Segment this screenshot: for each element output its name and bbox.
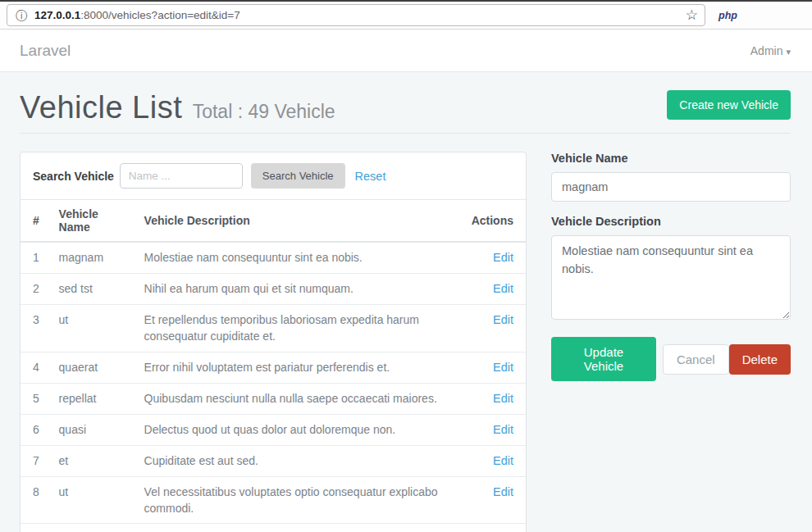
row-vehicle-name: et <box>52 445 138 476</box>
edit-link[interactable]: Edit <box>493 251 513 264</box>
search-button[interactable]: Search Vehicle <box>251 163 345 189</box>
url-text[interactable]: 127.0.0.1:8000/vehicles?action=edit&id=7 <box>34 9 686 21</box>
vehicle-description-textarea[interactable]: Molestiae nam consequuntur sint ea nobis… <box>551 235 791 320</box>
row-vehicle-name: quasi <box>52 414 138 445</box>
row-number: 3 <box>21 305 52 352</box>
row-number: 4 <box>21 352 52 383</box>
row-vehicle-description: Molestiae nam consequuntur sint ea nobis… <box>138 242 465 274</box>
row-vehicle-name: repellat <box>52 383 138 414</box>
row-number: 5 <box>21 383 52 414</box>
page-info-icon[interactable]: ⓘ <box>16 10 27 21</box>
row-vehicle-description: Error nihil voluptatem est pariatur perf… <box>138 352 465 383</box>
edit-link[interactable]: Edit <box>493 313 513 326</box>
row-vehicle-description: Cupiditate est aut sed. <box>138 445 465 476</box>
row-number: 8 <box>21 476 52 524</box>
table-row: 7 et Cupiditate est aut sed. Edit <box>21 445 526 476</box>
search-label: Search Vehicle <box>33 170 114 183</box>
row-vehicle-description: Quaerat maxime qui dolore. <box>138 524 465 532</box>
edit-vehicle-form: Vehicle Name Vehicle Description Molesti… <box>551 152 791 381</box>
reset-link[interactable]: Reset <box>355 170 386 183</box>
url-host: 127.0.0.1 <box>34 9 80 21</box>
edit-link[interactable]: Edit <box>493 485 513 498</box>
row-vehicle-description: Et repellendus temporibus laboriosam exp… <box>138 305 465 352</box>
search-input[interactable] <box>120 163 243 189</box>
vehicle-name-label: Vehicle Name <box>551 152 791 165</box>
page-header: Vehicle List Total : 49 Vehicle Create n… <box>20 89 791 123</box>
columns: Search Vehicle Search Vehicle Reset # Ve… <box>20 152 791 532</box>
cancel-button[interactable]: Cancel <box>663 344 729 375</box>
description-field-group: Vehicle Description Molestiae nam conseq… <box>551 215 791 323</box>
header-actions: Actions <box>465 200 526 243</box>
url-path: :8000/vehicles?action=edit&id=7 <box>80 9 239 21</box>
vehicle-table-body: 1 magnam Molestiae nam consequuntur sint… <box>21 242 526 532</box>
header-name: Vehicle Name <box>52 200 138 243</box>
row-vehicle-name: voluptates <box>52 524 138 532</box>
user-menu-dropdown[interactable]: Admin▾ <box>750 44 791 57</box>
edit-link[interactable]: Edit <box>493 423 513 436</box>
page-content: Vehicle List Total : 49 Vehicle Create n… <box>0 72 812 532</box>
row-number: 6 <box>21 414 52 445</box>
edit-link[interactable]: Edit <box>493 282 513 295</box>
vehicle-list-panel: Search Vehicle Search Vehicle Reset # Ve… <box>20 152 527 532</box>
edit-link[interactable]: Edit <box>493 361 513 374</box>
row-vehicle-name: ut <box>52 305 138 352</box>
edit-link[interactable]: Edit <box>493 392 513 405</box>
form-actions: Update Vehicle Cancel Delete <box>551 337 791 381</box>
row-vehicle-name: magnam <box>52 242 138 274</box>
header-number: # <box>21 200 52 243</box>
page-title: Vehicle List <box>20 90 182 125</box>
table-row: 2 sed tst Nihil ea harum quam qui et sit… <box>21 274 526 305</box>
vehicle-description-label: Vehicle Description <box>551 215 791 228</box>
edit-link[interactable]: Edit <box>493 454 513 467</box>
table-row: 8 ut Vel necessitatibus voluptates optio… <box>21 476 526 524</box>
search-form: Search Vehicle Search Vehicle Reset <box>21 152 526 199</box>
brand-link[interactable]: Laravel <box>20 42 71 60</box>
update-vehicle-button[interactable]: Update Vehicle <box>551 337 656 381</box>
delete-button[interactable]: Delete <box>729 344 791 375</box>
row-vehicle-description: Delectus quod ut quas dolor aut doloremq… <box>138 414 465 445</box>
vehicle-name-input[interactable] <box>551 172 791 202</box>
title-block: Vehicle List Total : 49 Vehicle <box>20 89 335 123</box>
header-divider <box>20 133 791 134</box>
address-bar[interactable]: ⓘ 127.0.0.1:8000/vehicles?action=edit&id… <box>7 4 705 26</box>
user-menu-label: Admin <box>750 44 783 57</box>
header-description: Vehicle Description <box>138 200 465 243</box>
row-vehicle-description: Nihil ea harum quam qui et sit numquam. <box>138 274 465 305</box>
row-number: 2 <box>21 274 52 305</box>
table-row: 4 quaerat Error nihil voluptatem est par… <box>21 352 526 383</box>
row-vehicle-name: sed tst <box>52 274 138 305</box>
row-number: 1 <box>21 242 52 274</box>
vehicle-table: # Vehicle Name Vehicle Description Actio… <box>21 199 526 532</box>
bookmark-php[interactable]: php <box>718 10 737 21</box>
caret-down-icon: ▾ <box>786 47 791 57</box>
page-subtitle: Total : 49 Vehicle <box>193 101 335 122</box>
table-row: 5 repellat Quibusdam nesciunt nulla null… <box>21 383 526 414</box>
row-vehicle-name: ut <box>52 476 138 524</box>
row-vehicle-name: quaerat <box>52 352 138 383</box>
table-row: 3 ut Et repellendus temporibus laboriosa… <box>21 305 526 352</box>
row-vehicle-description: Quibusdam nesciunt nulla nulla saepe occ… <box>138 383 465 414</box>
app-navbar: Laravel Admin▾ <box>0 30 812 72</box>
name-field-group: Vehicle Name <box>551 152 791 202</box>
table-row: 9 voluptates Quaerat maxime qui dolore. … <box>21 524 526 532</box>
create-vehicle-button[interactable]: Create new Vehicle <box>667 90 791 120</box>
bookmark-star-icon[interactable]: ☆ <box>686 8 698 22</box>
browser-chrome: ⓘ 127.0.0.1:8000/vehicles?action=edit&id… <box>0 0 812 30</box>
row-number: 7 <box>21 445 52 476</box>
table-row: 1 magnam Molestiae nam consequuntur sint… <box>21 242 526 274</box>
row-number: 9 <box>21 524 52 532</box>
table-row: 6 quasi Delectus quod ut quas dolor aut … <box>21 414 526 445</box>
table-header-row: # Vehicle Name Vehicle Description Actio… <box>21 200 526 243</box>
row-vehicle-description: Vel necessitatibus voluptates optio cons… <box>138 476 465 524</box>
browser-window: ⓘ 127.0.0.1:8000/vehicles?action=edit&id… <box>0 0 812 532</box>
